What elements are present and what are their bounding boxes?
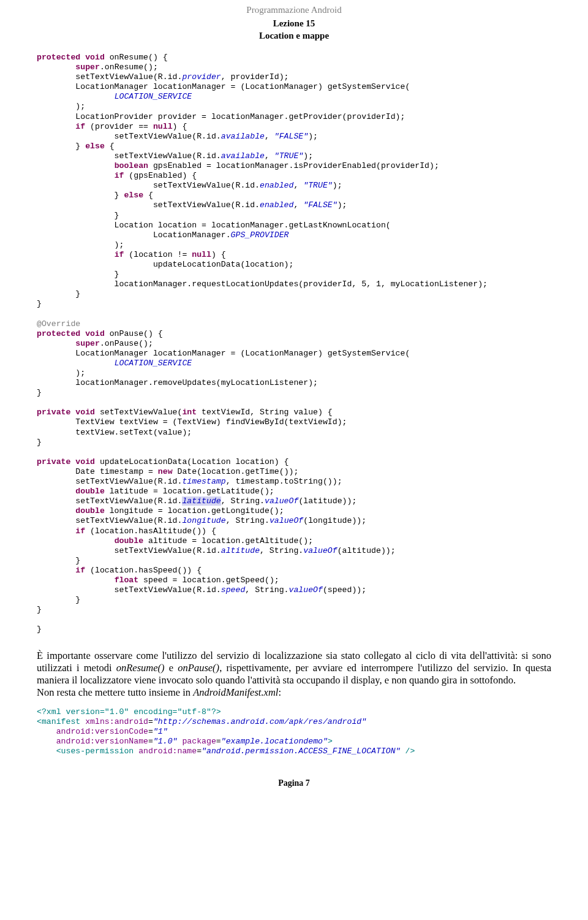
- kw: protected void: [37, 53, 105, 62]
- code: );: [37, 368, 85, 378]
- kw: null: [192, 250, 211, 259]
- code: );: [333, 181, 342, 190]
- field: longitude: [182, 516, 225, 525]
- code: .onPause();: [100, 339, 153, 348]
- text: e: [165, 662, 178, 674]
- xml: [37, 737, 56, 746]
- code: textView.setText(value);: [37, 428, 192, 437]
- xmlval: "example.locationdemo": [221, 737, 328, 746]
- xml: =: [197, 747, 202, 756]
- field: available: [221, 151, 265, 161]
- kw: double: [75, 506, 104, 515]
- field: enabled: [260, 181, 293, 190]
- code: .onResume();: [100, 63, 158, 72]
- code: }: [37, 299, 42, 308]
- code: (speed));: [323, 585, 366, 595]
- code: , String.: [226, 516, 270, 525]
- code: ,: [293, 200, 303, 210]
- code: LocationProvider provider = locationMana…: [37, 112, 405, 121]
- code: (location !=: [124, 250, 192, 259]
- code: }: [37, 595, 80, 604]
- xmlattr: android:name: [134, 747, 197, 756]
- code: (altitude));: [337, 546, 396, 555]
- annotation: @Override: [37, 319, 80, 329]
- code: setTextViewValue(R.id.: [37, 546, 221, 555]
- code: , timestamp.toString());: [226, 477, 342, 486]
- code: }: [37, 142, 85, 151]
- code: , String.: [245, 585, 288, 595]
- code: [37, 536, 115, 546]
- code: }: [37, 388, 42, 397]
- code: }: [37, 270, 119, 279]
- kw: else: [124, 191, 143, 200]
- code: [37, 161, 115, 170]
- kw: if: [75, 566, 85, 575]
- code: {: [143, 191, 153, 200]
- kw: int: [182, 408, 197, 417]
- code: locationManager.requestLocationUpdates(p…: [37, 279, 488, 289]
- code: }: [37, 211, 119, 220]
- field: available: [221, 132, 265, 141]
- kw: float: [115, 576, 139, 585]
- body-paragraph: È importante osservare come l'utilizzo d…: [37, 650, 551, 699]
- code: );: [37, 240, 124, 249]
- code: setTextViewValue(R.id.: [37, 516, 182, 525]
- kw: double: [75, 487, 104, 496]
- code: updateLocationData(location);: [37, 260, 293, 269]
- code: }: [37, 625, 42, 634]
- code: updateLocationData(Location location) {: [95, 457, 289, 466]
- code: locationManager.removeUpdates(myLocation…: [37, 378, 318, 387]
- code: LocationManager locationManager = (Locat…: [37, 349, 410, 358]
- xmlval: "http://schemas.android.com/apk/res/andr…: [153, 717, 366, 726]
- code: onPause() {: [105, 329, 163, 338]
- code: setTextViewValue(R.id.: [37, 72, 182, 82]
- code: LocationManager locationManager = (Locat…: [37, 82, 410, 91]
- code: [37, 506, 75, 515]
- code: setTextViewValue(R.id.: [37, 477, 182, 486]
- xml: =: [216, 737, 221, 746]
- code: );: [337, 200, 347, 210]
- code: setTextViewValue(R.id.: [37, 496, 182, 506]
- code: setTextViewValue(R.id.: [37, 132, 221, 141]
- code: [37, 359, 115, 368]
- code: setTextViewValue(R.id.: [37, 181, 260, 190]
- code: ,: [265, 132, 274, 141]
- code: }: [37, 605, 42, 614]
- code: altitude = location.getAltitude();: [143, 536, 313, 546]
- code: (provider ==: [85, 122, 153, 131]
- field: enabled: [260, 200, 293, 210]
- code: (location.hasAltitude()) {: [85, 527, 216, 536]
- code: {: [105, 142, 115, 151]
- string: "FALSE": [303, 200, 337, 210]
- static: valueOf: [270, 516, 303, 525]
- code: ,: [265, 151, 274, 161]
- field: speed: [221, 585, 246, 595]
- code: [37, 171, 115, 180]
- string: "FALSE": [274, 132, 308, 141]
- code: Date(location.getTime());: [173, 467, 299, 476]
- java-code-block: protected void onResume() { super.onResu…: [37, 53, 551, 635]
- kw: boolean: [115, 161, 148, 170]
- const: LOCATION_SERVICE: [115, 359, 192, 368]
- kw: protected void: [37, 329, 105, 338]
- xmlattr: android:versionName: [56, 737, 148, 746]
- code: [37, 566, 75, 575]
- document-page: Programmazione Android Lezione 15 Locati…: [0, 0, 588, 807]
- field: timestamp: [182, 477, 225, 486]
- page-number: Pagina 7: [37, 778, 551, 788]
- code: longitude = location.getLongitude();: [105, 506, 284, 515]
- xml: <uses-permission: [56, 747, 134, 756]
- kw: super: [75, 339, 100, 348]
- code: (longitude));: [303, 516, 366, 525]
- code: ,: [293, 181, 303, 190]
- text: :: [278, 686, 281, 698]
- code: speed = location.getSpeed();: [138, 576, 279, 585]
- xmlattr: android:versionCode: [56, 727, 148, 736]
- xml: =: [148, 717, 153, 726]
- code: Location location = locationManager.getL…: [37, 221, 391, 230]
- xml: [37, 747, 56, 756]
- code: (gpsEnabled) {: [124, 171, 197, 180]
- italic: onPause(): [178, 662, 219, 674]
- code: Date timestamp =: [37, 467, 158, 476]
- xml: <manifest: [37, 717, 80, 726]
